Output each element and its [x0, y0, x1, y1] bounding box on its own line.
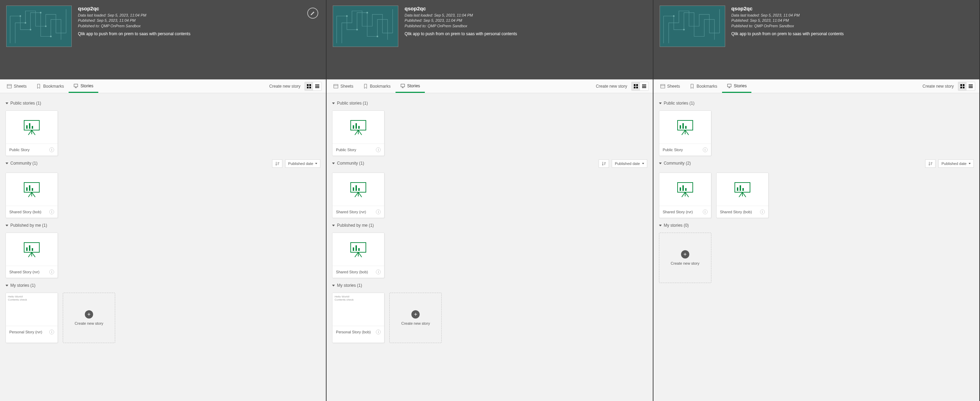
- card-thumb: [6, 111, 57, 144]
- grid-view-button[interactable]: [305, 82, 313, 90]
- story-card[interactable]: Shared Story (rvr) i: [6, 233, 58, 278]
- story-card[interactable]: Shared Story (rvr) i: [659, 173, 711, 218]
- svg-rect-46: [356, 123, 357, 129]
- card-thumb: [6, 173, 57, 206]
- svg-rect-11: [309, 84, 311, 86]
- section-public-header[interactable]: Public stories (1): [6, 101, 320, 105]
- story-card[interactable]: Shared Story (bob) i: [332, 233, 385, 278]
- info-icon[interactable]: i: [49, 329, 54, 334]
- easel-icon: [348, 119, 368, 136]
- section-public-header[interactable]: Public stories (1): [659, 101, 974, 105]
- info-icon[interactable]: i: [703, 147, 708, 152]
- panel-3: qsop2qc Data last loaded: Sep 5, 2023, 1…: [654, 0, 980, 401]
- svg-rect-39: [634, 86, 636, 88]
- section-published-by-me-header[interactable]: Published by me (1): [332, 223, 647, 228]
- section-my-stories-header[interactable]: My stories (1): [332, 283, 647, 288]
- card-footer: Shared Story (rvr) i: [659, 206, 711, 218]
- create-story-card[interactable]: + Create new story: [389, 292, 442, 343]
- info-icon[interactable]: i: [49, 209, 54, 214]
- svg-rect-80: [742, 188, 744, 191]
- tab-bookmarks[interactable]: Bookmarks: [685, 80, 722, 93]
- info-icon[interactable]: i: [376, 209, 381, 214]
- thumb-pattern-icon: [6, 6, 72, 46]
- svg-rect-50: [356, 185, 357, 191]
- story-card[interactable]: Hello World! Contents check Personal Sto…: [6, 292, 58, 343]
- create-story-card[interactable]: + Create new story: [659, 233, 711, 283]
- svg-rect-72: [685, 126, 687, 129]
- content-area: Public stories (1) Public Story i Commun…: [654, 93, 979, 401]
- sort-direction-button[interactable]: [925, 160, 935, 168]
- info-icon[interactable]: i: [49, 270, 54, 274]
- svg-rect-40: [636, 86, 638, 88]
- sort-direction-button[interactable]: [599, 160, 609, 168]
- easel-icon: [348, 181, 368, 198]
- svg-rect-70: [680, 125, 681, 129]
- tab-stories[interactable]: Stories: [396, 80, 425, 93]
- info-icon[interactable]: i: [703, 209, 708, 214]
- list-icon: [642, 84, 646, 88]
- view-toggle: [304, 82, 322, 91]
- sort-field-dropdown[interactable]: Published date: [938, 160, 974, 168]
- svg-rect-76: [685, 188, 687, 191]
- stories-icon: [727, 83, 732, 88]
- create-new-story-link[interactable]: Create new story: [265, 84, 305, 89]
- section-public-header[interactable]: Public stories (1): [332, 101, 647, 105]
- story-card[interactable]: Shared Story (bob) i: [6, 173, 58, 218]
- section-published-by-me-header[interactable]: Published by me (1): [6, 223, 320, 228]
- grid-view-button[interactable]: [632, 82, 640, 90]
- story-card[interactable]: Shared Story (rvr) i: [332, 173, 385, 218]
- story-card[interactable]: Public Story i: [332, 110, 385, 156]
- section-my-stories-header[interactable]: My stories (1): [6, 283, 320, 288]
- svg-rect-51: [358, 188, 360, 191]
- svg-point-30: [346, 16, 348, 17]
- story-card[interactable]: Shared Story (bob) i: [716, 173, 768, 218]
- sort-field-dropdown[interactable]: Published date: [285, 160, 321, 168]
- app-description: Qlik app to push from on prem to saas wi…: [731, 31, 844, 36]
- grid-view-button[interactable]: [958, 82, 967, 90]
- story-card[interactable]: Hello World! Contents check Personal Sto…: [332, 292, 385, 343]
- card-thumb: [6, 233, 57, 266]
- create-new-story-link[interactable]: Create new story: [592, 84, 632, 89]
- info-icon[interactable]: i: [376, 329, 381, 334]
- story-card[interactable]: Public Story i: [659, 110, 711, 156]
- section-my-stories: My stories (1) Hello World! Contents che…: [6, 283, 320, 343]
- tab-sheets[interactable]: Sheets: [329, 80, 358, 93]
- info-icon[interactable]: i: [49, 147, 54, 152]
- list-view-button[interactable]: [967, 82, 975, 90]
- svg-rect-75: [682, 185, 684, 191]
- svg-rect-62: [960, 84, 962, 86]
- tab-sheets[interactable]: Sheets: [655, 80, 685, 93]
- info-icon[interactable]: i: [376, 270, 381, 274]
- list-view-button[interactable]: [640, 82, 648, 90]
- thumb-pattern-icon: [333, 6, 398, 46]
- tab-sheets[interactable]: Sheets: [2, 80, 31, 93]
- tab-bookmarks[interactable]: Bookmarks: [31, 80, 68, 93]
- card-footer: Personal Story (bob) i: [332, 326, 384, 338]
- svg-rect-53: [353, 248, 354, 251]
- tab-stories[interactable]: Stories: [722, 80, 751, 93]
- edit-button[interactable]: [307, 8, 318, 19]
- plus-icon: +: [681, 250, 689, 259]
- tab-stories[interactable]: Stories: [68, 80, 98, 93]
- chevron-down-icon: [332, 102, 335, 104]
- story-card[interactable]: Public Story i: [6, 110, 58, 156]
- thumb-text-line: Hello World!: [334, 295, 349, 298]
- svg-rect-54: [356, 245, 357, 251]
- pencil-icon: [310, 11, 315, 16]
- sort-direction-button[interactable]: [272, 160, 282, 168]
- thumb-text-line: Contents check: [8, 298, 27, 301]
- svg-rect-9: [74, 84, 78, 86]
- sort-field-dropdown[interactable]: Published date: [612, 160, 647, 168]
- list-view-button[interactable]: [313, 82, 321, 90]
- card-title: Shared Story (bob): [9, 210, 41, 214]
- card-title: Shared Story (rvr): [663, 210, 693, 214]
- info-icon[interactable]: i: [760, 209, 765, 214]
- create-new-story-link[interactable]: Create new story: [918, 84, 958, 89]
- svg-rect-20: [32, 126, 33, 129]
- section-published-by-me: Published by me (1) Shared Story (rvr) i: [6, 223, 320, 278]
- create-story-card[interactable]: + Create new story: [63, 292, 115, 343]
- svg-rect-24: [32, 188, 33, 191]
- info-icon[interactable]: i: [376, 147, 381, 152]
- section-my-stories-header[interactable]: My stories (0): [659, 223, 974, 228]
- tab-bookmarks[interactable]: Bookmarks: [358, 80, 396, 93]
